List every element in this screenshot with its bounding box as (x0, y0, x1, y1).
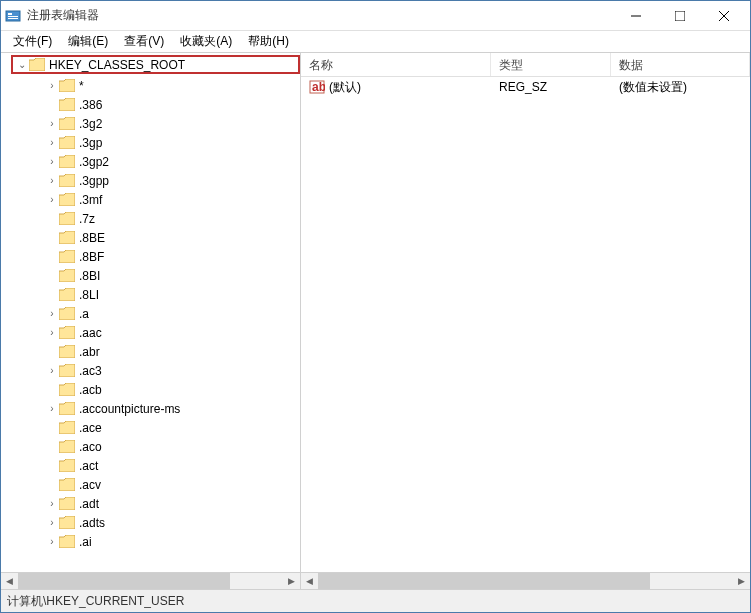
content: ⌄ HKEY_CLASSES_ROOT ›*.386›.3g2›.3gp›.3g… (1, 53, 750, 590)
tree-item[interactable]: .aco (45, 437, 300, 456)
tree-item[interactable]: ›.adt (45, 494, 300, 513)
list-pane: 名称 类型 数据 ab (默认) REG_SZ (数值未设置) ◀ ▶ (301, 53, 750, 589)
tree-root-hkcr[interactable]: ⌄ HKEY_CLASSES_ROOT (11, 55, 300, 74)
minimize-button[interactable] (614, 2, 658, 30)
tree-item[interactable]: .8BF (45, 247, 300, 266)
menu-file[interactable]: 文件(F) (5, 31, 60, 52)
tree-item[interactable]: ›* (45, 76, 300, 95)
tree-item[interactable]: ›.3gp (45, 133, 300, 152)
tree-item-label: .3gpp (79, 174, 109, 188)
tree-item[interactable]: .abr (45, 342, 300, 361)
app-icon (5, 8, 21, 24)
chevron-right-icon[interactable]: › (45, 536, 59, 547)
menu-view[interactable]: 查看(V) (116, 31, 172, 52)
tree-item[interactable]: ›.3gpp (45, 171, 300, 190)
tree-item[interactable]: .8BI (45, 266, 300, 285)
close-button[interactable] (702, 2, 746, 30)
hscroll-left[interactable]: ◀ (301, 573, 318, 590)
tree-item[interactable]: ›.ai (45, 532, 300, 551)
tree-item-label: .8BF (79, 250, 104, 264)
tree-item-label: .3mf (79, 193, 102, 207)
chevron-right-icon[interactable]: › (45, 137, 59, 148)
chevron-right-icon[interactable]: › (45, 327, 59, 338)
chevron-right-icon[interactable]: › (45, 156, 59, 167)
tree-item-label: .act (79, 459, 98, 473)
folder-icon (59, 497, 75, 510)
list-body[interactable]: ab (默认) REG_SZ (数值未设置) (301, 77, 750, 572)
column-data[interactable]: 数据 (611, 53, 750, 76)
hscroll-right[interactable]: ▶ (733, 573, 750, 590)
folder-icon (59, 174, 75, 187)
tree-item[interactable]: ›.3g2 (45, 114, 300, 133)
menubar: 文件(F) 编辑(E) 查看(V) 收藏夹(A) 帮助(H) (1, 31, 750, 53)
folder-icon (59, 193, 75, 206)
list-row[interactable]: ab (默认) REG_SZ (数值未设置) (301, 77, 750, 97)
column-name[interactable]: 名称 (301, 53, 491, 76)
tree-item-label: .386 (79, 98, 102, 112)
folder-icon (59, 421, 75, 434)
folder-icon (59, 459, 75, 472)
hscroll-thumb[interactable] (18, 573, 230, 590)
chevron-right-icon[interactable]: › (45, 365, 59, 376)
hscroll-track[interactable] (318, 573, 733, 590)
chevron-right-icon[interactable]: › (45, 498, 59, 509)
tree-item[interactable]: .7z (45, 209, 300, 228)
tree-item[interactable]: .act (45, 456, 300, 475)
folder-icon (59, 364, 75, 377)
tree-item[interactable]: ›.ac3 (45, 361, 300, 380)
tree-item[interactable]: .8BE (45, 228, 300, 247)
tree-hscroll[interactable]: ◀ ▶ (1, 572, 300, 589)
folder-icon (59, 478, 75, 491)
menu-favorites[interactable]: 收藏夹(A) (172, 31, 240, 52)
cell-name-text: (默认) (329, 79, 361, 96)
folder-icon (59, 79, 75, 92)
chevron-down-icon[interactable]: ⌄ (15, 59, 29, 70)
tree-item-label: .ai (79, 535, 92, 549)
folder-icon (59, 345, 75, 358)
tree-item[interactable]: ›.accountpicture-ms (45, 399, 300, 418)
folder-icon (59, 136, 75, 149)
folder-icon (59, 288, 75, 301)
svg-text:ab: ab (312, 80, 325, 94)
close-icon (719, 11, 729, 21)
cell-data: (数值未设置) (611, 77, 750, 98)
tree-item-label: .3g2 (79, 117, 102, 131)
tree-item[interactable]: ›.3mf (45, 190, 300, 209)
menu-edit[interactable]: 编辑(E) (60, 31, 116, 52)
tree-item[interactable]: .8LI (45, 285, 300, 304)
hscroll-thumb[interactable] (318, 573, 650, 590)
list-hscroll[interactable]: ◀ ▶ (301, 572, 750, 589)
chevron-right-icon[interactable]: › (45, 403, 59, 414)
tree-item[interactable]: .386 (45, 95, 300, 114)
tree-item-label: .ace (79, 421, 102, 435)
tree-item-label: .8BI (79, 269, 100, 283)
window-title: 注册表编辑器 (27, 7, 614, 24)
column-type[interactable]: 类型 (491, 53, 611, 76)
menu-help[interactable]: 帮助(H) (240, 31, 297, 52)
tree-item[interactable]: ›.a (45, 304, 300, 323)
hscroll-track[interactable] (18, 573, 283, 590)
tree-item[interactable]: ›.adts (45, 513, 300, 532)
folder-icon (59, 117, 75, 130)
chevron-right-icon[interactable]: › (45, 194, 59, 205)
folder-icon (59, 250, 75, 263)
maximize-button[interactable] (658, 2, 702, 30)
chevron-right-icon[interactable]: › (45, 175, 59, 186)
chevron-right-icon[interactable]: › (45, 308, 59, 319)
tree-item[interactable]: ›.3gp2 (45, 152, 300, 171)
tree-item[interactable]: ›.aac (45, 323, 300, 342)
folder-icon (59, 440, 75, 453)
folder-icon (59, 307, 75, 320)
hscroll-right[interactable]: ▶ (283, 573, 300, 590)
hscroll-left[interactable]: ◀ (1, 573, 18, 590)
folder-icon (59, 269, 75, 282)
statusbar: 计算机\HKEY_CURRENT_USER (1, 590, 750, 612)
chevron-right-icon[interactable]: › (45, 80, 59, 91)
chevron-right-icon[interactable]: › (45, 517, 59, 528)
chevron-right-icon[interactable]: › (45, 118, 59, 129)
tree-item[interactable]: .acv (45, 475, 300, 494)
tree-item[interactable]: .acb (45, 380, 300, 399)
svg-rect-5 (675, 11, 685, 21)
tree-item[interactable]: .ace (45, 418, 300, 437)
tree[interactable]: ⌄ HKEY_CLASSES_ROOT ›*.386›.3g2›.3gp›.3g… (1, 53, 300, 572)
